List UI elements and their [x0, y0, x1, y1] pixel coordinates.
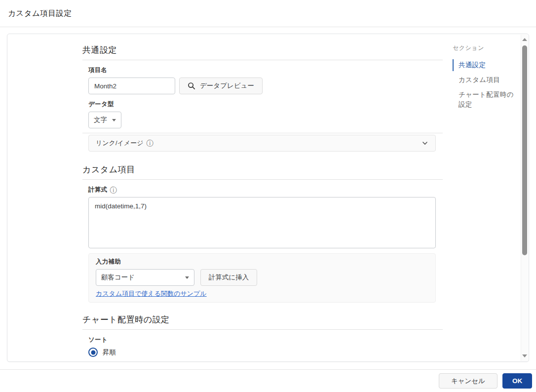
formula-textarea[interactable]: mid(datetime,1,7) [88, 197, 436, 248]
data-type-select-value: 文字 [94, 116, 107, 124]
field-name-input[interactable] [88, 78, 175, 94]
section-heading-common: 共通設定 [82, 45, 443, 60]
dialog-header: カスタム項目設定 [0, 0, 536, 27]
field-name-group: 項目名 データプレビュー [88, 67, 443, 94]
assist-field-select[interactable]: 顧客コード [96, 269, 194, 286]
section-heading-chart: チャート配置時の設定 [82, 314, 443, 330]
data-type-group: データ型 文字 [88, 101, 443, 128]
input-assist-box: 入力補助 顧客コード 計算式に挿入 カスタム項目で使える関数のサンプル [88, 253, 436, 303]
sidebar-item-chart[interactable]: チャート配置時の設定 [453, 89, 517, 111]
insert-into-formula-button[interactable]: 計算式に挿入 [200, 269, 257, 286]
info-icon: ⓘ [146, 140, 153, 147]
scrollbar-thumb[interactable] [522, 45, 527, 255]
settings-form: 共通設定 項目名 データプレビュー データ型 文字 [82, 34, 443, 361]
insert-into-formula-button-label: 計算式に挿入 [209, 273, 249, 282]
sort-option-asc: 昇順 [88, 348, 443, 357]
sidebar-item-common[interactable]: 共通設定 [453, 59, 517, 71]
sort-group: ソート [88, 336, 443, 344]
field-name-label: 項目名 [88, 67, 443, 74]
custom-field-settings-dialog: カスタム項目設定 共通設定 項目名 データプレビュー データ [0, 0, 536, 392]
formula-group: 計算式 ⓘ [88, 186, 443, 194]
function-samples-link[interactable]: カスタム項目で使える関数のサンプル [96, 289, 207, 298]
section-nav: セクション 共通設定 カスタム項目 チャート配置時の設定 [453, 44, 517, 114]
divider [82, 133, 443, 133]
scroll-up-icon[interactable] [522, 38, 527, 41]
section-nav-title: セクション [453, 44, 517, 52]
sort-label: ソート [88, 336, 443, 344]
data-type-select[interactable]: 文字 [88, 112, 121, 128]
dialog-title: カスタム項目設定 [8, 8, 72, 19]
data-preview-button[interactable]: データプレビュー [179, 78, 263, 94]
info-icon: ⓘ [110, 187, 116, 194]
sidebar-item-custom[interactable]: カスタム項目 [453, 74, 517, 86]
search-icon [188, 82, 195, 90]
caret-down-icon [185, 276, 189, 279]
data-preview-button-label: データプレビュー [200, 81, 254, 90]
input-assist-label: 入力補助 [96, 258, 428, 266]
radio-asc-label: 昇順 [103, 348, 116, 357]
section-heading-custom: カスタム項目 [82, 164, 443, 180]
chevron-down-icon [421, 140, 428, 147]
link-image-expand-panel[interactable]: リンク/イメージ ⓘ [88, 135, 436, 152]
ok-button[interactable]: OK [502, 373, 532, 389]
caret-down-icon [112, 119, 116, 121]
scroll-down-icon[interactable] [522, 354, 527, 357]
data-type-label: データ型 [88, 101, 443, 108]
assist-field-select-value: 顧客コード [101, 273, 135, 282]
formula-label: 計算式 [88, 186, 107, 194]
scrollbar[interactable] [521, 35, 528, 361]
formula-label-row: 計算式 ⓘ [82, 186, 443, 194]
cancel-button[interactable]: キャンセル [439, 373, 498, 389]
dialog-footer: キャンセル OK [0, 369, 536, 392]
link-image-panel-label: リンク/イメージ [96, 139, 143, 148]
settings-card: 共通設定 項目名 データプレビュー データ型 文字 [7, 34, 529, 362]
radio-asc[interactable] [88, 348, 98, 357]
